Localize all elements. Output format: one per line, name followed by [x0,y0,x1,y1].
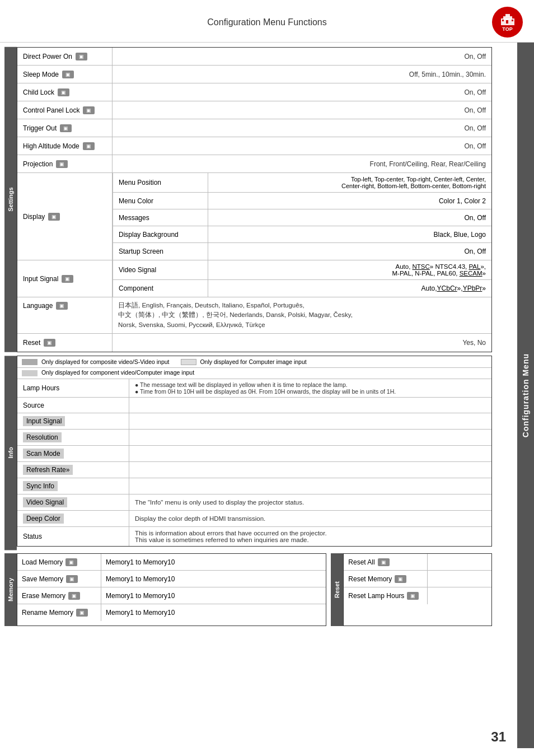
info-content: Only displayed for composite video/S-Vid… [17,356,492,547]
control-panel-lock-row: Control Panel Lock ▣ On, Off [17,101,491,119]
language-values: 日本語, English, Français, Deutsch, Italian… [113,297,491,333]
menu-color-values: Color 1, Color 2 [208,193,491,209]
video-signal-label: Video Signal [113,260,208,279]
status-row: Status This is information about errors … [17,527,491,546]
display-background-row: Display Background Black, Blue, Logo [113,226,491,243]
info-input-signal-label: Input Signal [17,413,129,429]
reset-lamp-hours-icon: ▣ [407,592,419,600]
input-signal-sub-section: Video Signal Auto, NTSC» NTSC4.43, PAL»,… [113,260,491,297]
settings-content: Direct Power On ▣ On, Off Sleep Mode ▣ O… [17,47,492,352]
svg-rect-2 [505,14,510,17]
trigger-out-values: On, Off [113,119,491,137]
refresh-rate-row: Refresh Rate» [17,462,491,478]
status-label: Status [17,527,129,546]
page-header: Configuration Menu Functions TOP [0,0,534,43]
reset-section-wrapper: Reset Reset All ▣ Reset Memory ▣ [331,553,492,626]
sync-info-label: Sync Info [17,478,129,494]
rename-memory-row: Rename Memory ▣ Memory1 to Memory10 [17,604,326,621]
reset-all-label: Reset All ▣ [344,554,428,570]
memory-section-wrapper: Memory Load Memory ▣ Memory1 to Memory10… [4,553,326,626]
startup-screen-values: On, Off [208,243,491,260]
refresh-rate-value [129,462,491,478]
save-memory-label: Save Memory ▣ [17,571,101,587]
reset-all-icon: ▣ [378,558,390,566]
load-memory-row: Load Memory ▣ Memory1 to Memory10 [17,554,326,571]
language-label: Language ▣ [17,297,113,333]
sleep-mode-icon: ▣ [62,71,74,78]
high-altitude-mode-row: High Altitude Mode ▣ On, Off [17,137,491,155]
component-label: Component [113,280,208,297]
trigger-out-icon: ▣ [60,124,72,132]
messages-row: Messages On, Off [113,209,491,226]
info-tab: Info [4,356,17,550]
svg-rect-3 [506,20,508,24]
sidebar-label: Configuration Menu [521,353,530,437]
trigger-out-label: Trigger Out ▣ [17,119,113,137]
deep-color-row: Deep Color Display the color depth of HD… [17,511,491,527]
refresh-rate-label: Refresh Rate» [17,462,129,478]
video-signal-values: Auto, NTSC» NTSC4.43, PAL»,M-PAL, N-PAL,… [208,260,491,279]
scan-mode-value [129,446,491,461]
header-title: Configuration Menu Functions [207,17,326,27]
input-signal-label: Input Signal ▣ [17,260,113,297]
messages-values: On, Off [208,209,491,226]
control-panel-lock-icon: ▣ [83,106,95,114]
deep-color-value: Display the color depth of HDMI transmis… [129,511,491,526]
projection-values: Front, Front/Ceiling, Rear, Rear/Ceiling [113,155,491,172]
info-section-wrapper: Info Only displayed for composite video/… [4,356,492,550]
display-icon: ▣ [48,213,60,221]
resolution-label: Resolution [17,430,129,445]
display-background-label: Display Background [113,226,208,242]
save-memory-row: Save Memory ▣ Memory1 to Memory10 [17,571,326,587]
child-lock-label: Child Lock ▣ [17,83,113,101]
lamp-hours-notes: ● The message text will be displayed in … [129,379,491,397]
page-number: 31 [491,729,506,745]
display-label: Display ▣ [17,173,113,260]
display-row: Display ▣ Menu Position Top-left, Top-ce… [17,173,491,260]
info-video-signal-value: The "Info" menu is only used to display … [129,494,491,510]
child-lock-values: On, Off [113,83,491,101]
component-row: Component Auto, YCbCr», YPbPr» [113,280,491,297]
info-legend: Only displayed for composite video/S-Vid… [17,356,491,368]
source-value [129,398,491,413]
reset-tab: Reset [331,553,343,626]
info-input-signal-value [129,413,491,429]
high-altitude-mode-icon: ▣ [83,142,95,150]
top-icon[interactable]: TOP [492,7,523,38]
svg-rect-5 [512,20,513,21]
lamp-hours-row: Lamp Hours ● The message text will be di… [17,379,491,398]
deep-color-label: Deep Color [17,511,129,526]
reset-lamp-hours-row: Reset Lamp Hours ▣ [344,587,491,604]
reset-all-row: Reset All ▣ [344,554,491,571]
rename-memory-value: Memory1 to Memory10 [101,604,326,621]
info-video-signal-row: Video Signal The "Info" menu is only use… [17,494,491,511]
startup-screen-label: Startup Screen [113,243,208,260]
load-memory-label: Load Memory ▣ [17,554,101,570]
high-altitude-mode-values: On, Off [113,137,491,155]
sync-info-value [129,478,491,494]
memory-table: Load Memory ▣ Memory1 to Memory10 Save M… [17,553,326,626]
erase-memory-icon: ▣ [68,592,80,600]
erase-memory-label: Erase Memory ▣ [17,587,101,604]
menu-position-row: Menu Position Top-left, Top-center, Top-… [113,173,491,193]
scan-mode-row: Scan Mode [17,446,491,462]
display-sub-section: Menu Position Top-left, Top-center, Top-… [113,173,491,260]
source-label: Source [17,398,129,413]
reset-icon: ▣ [44,339,55,347]
scan-mode-label: Scan Mode [17,446,129,461]
direct-power-on-label: Direct Power On ▣ [17,48,113,65]
settings-tab: Settings [4,47,17,352]
reset-label: Reset ▣ [17,334,113,352]
high-altitude-mode-label: High Altitude Mode ▣ [17,137,113,155]
right-sidebar: Configuration Menu [517,43,534,748]
top-label: TOP [502,26,512,32]
messages-label: Messages [113,209,208,226]
direct-power-on-row: Direct Power On ▣ On, Off [17,48,491,66]
sleep-mode-row: Sleep Mode ▣ Off, 5min., 10min., 30min. [17,66,491,83]
reset-memory-row: Reset Memory ▣ [344,571,491,587]
load-memory-icon: ▣ [65,558,77,566]
memory-tab: Memory [4,553,17,626]
control-panel-lock-label: Control Panel Lock ▣ [17,101,113,119]
language-row: Language ▣ 日本語, English, Français, Deuts… [17,297,491,334]
settings-section: Settings Direct Power On ▣ On, Off Sleep… [4,47,492,352]
